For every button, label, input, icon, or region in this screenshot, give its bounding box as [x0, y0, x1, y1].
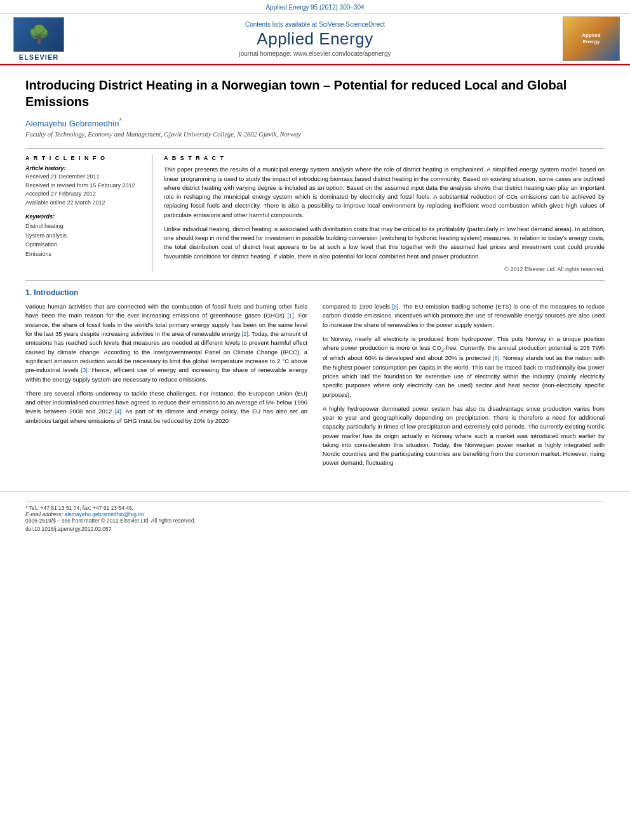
- ref-5: [5]: [392, 303, 399, 310]
- journal-center: Contents lists available at SciVerse Sci…: [67, 21, 563, 57]
- page-footer: * Tel.: +47 61 13 51 74; fax: +47 61 13 …: [0, 491, 630, 538]
- history-title: Article history:: [25, 165, 142, 171]
- sciverse-text: Contents lists available at SciVerse Sci…: [67, 21, 563, 28]
- elsevier-text: ELSEVIER: [19, 53, 58, 61]
- footer-doi: doi:10.1016/j.apenergy.2012.02.057: [25, 526, 605, 532]
- article-title: Introducing District Heating in a Norweg…: [25, 77, 605, 110]
- ref-6: [6]: [493, 355, 499, 361]
- keywords-section: Keywords: District heating System analys…: [25, 213, 142, 258]
- body-right-para-0: compared to 1990 levels [5]. The EU emis…: [323, 302, 605, 330]
- journal-title: Applied Energy: [67, 29, 563, 49]
- keyword-1: System analysis: [25, 231, 142, 240]
- ae-logo-text: AppliedEnergy: [579, 30, 603, 48]
- author-name: Alemayehu Gebremedhin*: [25, 117, 605, 128]
- keywords-title: Keywords:: [25, 213, 142, 220]
- section-divider: [25, 280, 605, 281]
- copyright: © 2012 Elsevier Ltd. All rights reserved…: [164, 266, 605, 272]
- article-info: A R T I C L E I N F O Article history: R…: [25, 155, 152, 272]
- abstract-para-1: This paper presents the results of a mun…: [164, 165, 605, 220]
- body-left-para-1: There are several efforts underway to ta…: [25, 389, 307, 425]
- history-item-0: Received 21 December 2011: [25, 173, 142, 182]
- history-item-2: Accepted 27 February 2012: [25, 190, 142, 199]
- ref-4: [4]: [115, 408, 121, 415]
- page: Applied Energy 95 (2012) 300–304 ELSEVIE…: [0, 0, 630, 538]
- sciverse-link[interactable]: SciVerse ScienceDirect: [319, 21, 385, 28]
- body-col-left: Various human activities that are connec…: [25, 302, 307, 473]
- elsevier-logo-image: [13, 17, 64, 52]
- email-label: E-mail address:: [25, 511, 64, 517]
- journal-ref: Applied Energy 95 (2012) 300–304: [265, 4, 364, 11]
- keyword-3: Emissions: [25, 250, 142, 258]
- footnote-contact: * Tel.: +47 61 13 51 74; fax: +47 61 13 …: [25, 502, 605, 517]
- keyword-2: Optimisation: [25, 240, 142, 249]
- keyword-0: District heating: [25, 222, 142, 230]
- intro-heading: 1. Introduction: [25, 288, 605, 297]
- article-info-title: A R T I C L E I N F O: [25, 155, 142, 161]
- journal-banner: ELSEVIER Contents lists available at Sci…: [0, 13, 630, 64]
- body-right-para-1: In Norway, nearly all electricity is pro…: [323, 335, 605, 399]
- elsevier-logo: ELSEVIER: [10, 17, 67, 61]
- body-col-right: compared to 1990 levels [5]. The EU emis…: [323, 302, 605, 473]
- body-left-para-0: Various human activities that are connec…: [25, 302, 307, 384]
- ref-1: [1]: [288, 312, 294, 319]
- email-address: alemayehu.gebremedhin@hig.no: [64, 511, 144, 517]
- footer-issn: 0306-2619/$ – see front matter © 2012 El…: [25, 517, 605, 524]
- abstract-section: A B S T R A C T This paper presents the …: [152, 155, 605, 272]
- affiliation: Faculty of Technology, Economy and Manag…: [25, 131, 605, 138]
- body-right-para-2: A highly hydropower dominated power syst…: [323, 404, 605, 468]
- abstract-para-2: Unlike individual heating, district heat…: [164, 225, 605, 261]
- journal-header: Applied Energy 95 (2012) 300–304 ELSEVIE…: [0, 0, 630, 65]
- article-content: Introducing District Heating in a Norweg…: [0, 65, 630, 486]
- body-columns: Various human activities that are connec…: [25, 302, 605, 473]
- applied-energy-logo: AppliedEnergy: [563, 17, 620, 61]
- history-item-1: Received in revised form 15 February 201…: [25, 182, 142, 190]
- journal-homepage: journal homepage: www.elsevier.com/locat…: [67, 50, 563, 57]
- history-item-3: Available online 22 March 2012: [25, 199, 142, 208]
- abstract-title: A B S T R A C T: [164, 155, 605, 161]
- ref-3: [3]: [81, 367, 88, 373]
- journal-ref-bar: Applied Energy 95 (2012) 300–304: [0, 4, 630, 11]
- info-section: A R T I C L E I N F O Article history: R…: [25, 148, 605, 272]
- ref-2: [2]: [242, 331, 248, 337]
